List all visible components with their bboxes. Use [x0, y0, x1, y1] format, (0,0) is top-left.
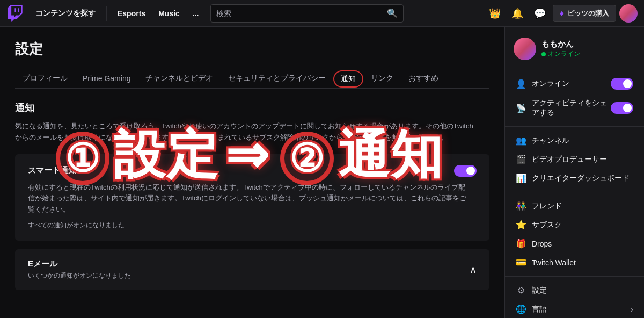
- tab-channel-video[interactable]: チャンネルとビデオ: [138, 69, 221, 89]
- smart-notifications-body: 有効にすると現在のTwitchの利用状況に応じて通知が送信されます。Twitch…: [28, 182, 468, 215]
- sidebar-subs-left: ⭐ サブスク: [516, 220, 562, 230]
- smart-notifications-footer: すべての通知がオンになりました: [28, 221, 477, 230]
- tab-security-privacy[interactable]: セキュリティとプライバシー: [221, 69, 333, 89]
- email-chevron-icon[interactable]: ∧: [470, 264, 477, 276]
- sidebar-divider-1: [505, 126, 644, 127]
- email-section: Eメール いくつかの通知がオンになりました ∧: [15, 249, 489, 290]
- tab-link[interactable]: リンク: [363, 69, 401, 89]
- notifications-section-title: 通知: [15, 102, 489, 114]
- nav-right-actions: 👑 🔔 💬 ♦ ビッツの購入: [485, 4, 638, 23]
- sidebar-friends-left: 👫 フレンド: [516, 201, 562, 211]
- channel-icon: 👥: [516, 135, 526, 146]
- language-icon: 🌐: [516, 304, 526, 314]
- user-menu-name: ももかん: [541, 39, 580, 49]
- sidebar-activity-row: 📡 アクティビティをシェアする: [507, 94, 642, 122]
- sidebar-creatordash-left: 📊 クリエイターダッシュボード: [516, 173, 630, 183]
- sidebar-item-drops[interactable]: 🎁 Drops: [507, 234, 642, 253]
- tab-profile[interactable]: プロフィール: [15, 69, 75, 89]
- search-icon: 🔍: [387, 8, 398, 18]
- sidebar-online-left: 👤 オンライン: [516, 79, 569, 89]
- sidebar-item-subscriptions[interactable]: ⭐ サブスク: [507, 215, 642, 234]
- creator-dashboard-icon: 📊: [516, 173, 526, 183]
- prime-icon-btn[interactable]: 👑: [485, 4, 504, 23]
- search-input[interactable]: [216, 9, 387, 18]
- user-menu-status: オンライン: [541, 49, 580, 59]
- user-status-label: オンライン: [548, 49, 580, 59]
- nav-more[interactable]: ...: [187, 6, 204, 21]
- nav-browse[interactable]: コンテンツを探す: [30, 5, 101, 21]
- sidebar-activity-left: 📡 アクティビティをシェアする: [516, 98, 611, 118]
- toggle-background: [454, 165, 477, 177]
- activity-toggle-knob: [623, 104, 632, 112]
- sidebar-online-row: 👤 オンライン: [507, 74, 642, 94]
- user-menu-header: ももかん オンライン: [505, 33, 644, 69]
- sidebar-language-left: 🌐 言語: [516, 304, 547, 314]
- bits-diamond-icon: ♦: [560, 9, 564, 18]
- sidebar-item-channel[interactable]: 👥 チャンネル: [507, 131, 642, 150]
- notifications-icon-btn[interactable]: 🔔: [508, 4, 527, 23]
- avatar-image: [619, 4, 638, 23]
- online-toggle-bg: [611, 78, 633, 90]
- tab-notifications[interactable]: 通知: [333, 70, 363, 88]
- activity-toggle[interactable]: [611, 102, 633, 114]
- tab-recommended[interactable]: おすすめ: [401, 69, 446, 89]
- tab-prime-gaming[interactable]: Prime Gaming: [75, 70, 138, 88]
- sidebar-item-settings[interactable]: ⚙ 設定: [507, 281, 642, 300]
- friends-icon: 👫: [516, 201, 526, 211]
- sidebar-item-creator-dashboard[interactable]: 📊 クリエイターダッシュボード: [507, 169, 642, 187]
- nav-divider: [106, 6, 107, 21]
- video-producer-icon: 🎬: [516, 154, 526, 164]
- user-avatar-btn[interactable]: [619, 4, 638, 23]
- nav-music[interactable]: Music: [153, 6, 185, 21]
- sidebar-wallet-label: Twitch Wallet: [532, 258, 576, 267]
- sidebar-item-friends[interactable]: 👫 フレンド: [507, 197, 642, 215]
- whispers-icon-btn[interactable]: 💬: [530, 4, 550, 23]
- sidebar-divider-3: [505, 276, 644, 277]
- email-section-info: Eメール いくつかの通知がオンになりました: [28, 259, 131, 280]
- email-section-title: Eメール: [28, 259, 131, 269]
- smart-notifications-toggle[interactable]: [454, 165, 477, 177]
- notifications-section-desc: 気になる通知を、見たいところで受け取ろう。Twitchやお使いのアカウントのアッ…: [15, 121, 477, 143]
- subscriptions-icon: ⭐: [516, 220, 526, 230]
- sidebar-item-language[interactable]: 🌐 言語 ›: [507, 300, 642, 318]
- sidebar-videoproducer-label: ビデオプロデューサー: [532, 155, 607, 164]
- content-area: 設定 プロフィール Prime Gaming チャンネルとビデオ セキュリティと…: [0, 27, 504, 318]
- sidebar-drops-left: 🎁 Drops: [516, 238, 552, 249]
- email-section-subtitle: いくつかの通知がオンになりました: [28, 271, 131, 280]
- sidebar-settings-left: ⚙ 設定: [516, 285, 547, 295]
- online-toggle[interactable]: [611, 78, 633, 90]
- sidebar-online-label: オンライン: [532, 79, 569, 89]
- sidebar-channel-label: チャンネル: [532, 136, 569, 146]
- nav-esports[interactable]: Esports: [112, 6, 151, 21]
- smart-notifications-card: スマート通知 有効にすると現在のTwitchの利用状況に応じて通知が送信されます…: [15, 154, 489, 241]
- sidebar-channel-left: 👥 チャンネル: [516, 135, 569, 146]
- page-title: 設定: [15, 40, 489, 59]
- top-navigation: コンテンツを探す Esports Music ... 🔍 👑 🔔 💬 ♦ ビッツ…: [0, 0, 644, 27]
- sidebar-settings-label: 設定: [532, 286, 547, 295]
- smart-notifications-header: スマート通知: [28, 165, 477, 177]
- status-dot-icon: [541, 52, 546, 56]
- activity-toggle-bg: [611, 102, 633, 114]
- sidebar-language-label: 言語: [532, 305, 547, 314]
- sidebar-item-video-producer[interactable]: 🎬 ビデオプロデューサー: [507, 150, 642, 169]
- sidebar-videoproducer-left: 🎬 ビデオプロデューサー: [516, 154, 607, 164]
- sidebar-creatordash-label: クリエイターダッシュボード: [532, 174, 630, 183]
- twitch-logo[interactable]: [6, 5, 24, 22]
- activity-icon: 📡: [516, 103, 526, 113]
- sidebar-item-twitch-wallet[interactable]: 💳 Twitch Wallet: [507, 253, 642, 272]
- user-menu-dropdown: ももかん オンライン 👤 オンライン 📡 アクテ: [504, 27, 644, 318]
- wallet-icon: 💳: [516, 257, 526, 268]
- sidebar-wallet-left: 💳 Twitch Wallet: [516, 257, 576, 268]
- sidebar-drops-label: Drops: [532, 240, 552, 248]
- search-bar[interactable]: 🔍: [210, 4, 404, 23]
- online-toggle-knob: [623, 80, 632, 88]
- sidebar-friends-label: フレンド: [532, 201, 562, 211]
- smart-notifications-title: スマート通知: [28, 165, 76, 176]
- user-menu-avatar: [514, 38, 536, 60]
- sidebar-divider-2: [505, 192, 644, 192]
- bits-purchase-button[interactable]: ♦ ビッツの購入: [553, 5, 616, 22]
- sidebar-subs-label: サブスク: [532, 220, 562, 230]
- online-icon: 👤: [516, 79, 526, 89]
- sidebar-activity-label: アクティビティをシェアする: [532, 98, 611, 118]
- email-section-header: Eメール いくつかの通知がオンになりました ∧: [28, 259, 477, 280]
